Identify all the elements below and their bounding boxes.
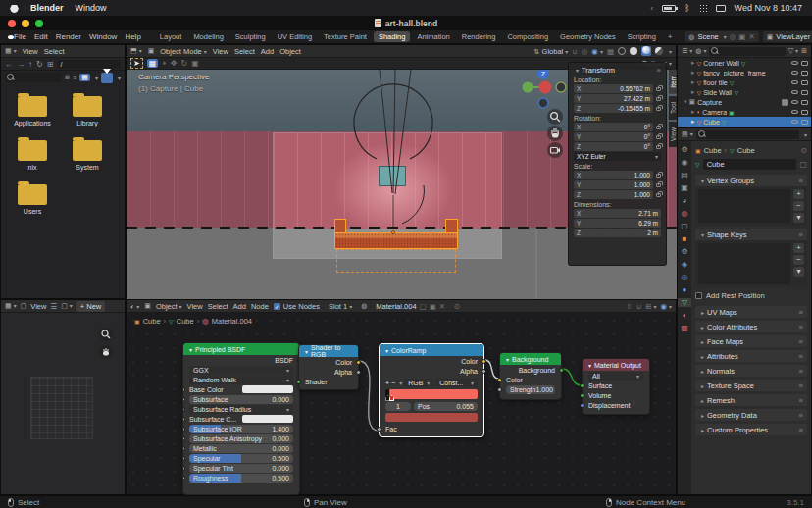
- tab-collection-icon[interactable]: ▢: [678, 222, 691, 230]
- outliner-search-input[interactable]: [709, 47, 785, 56]
- strength-field[interactable]: Strength1.000: [506, 385, 555, 394]
- color-attributes-panel[interactable]: ▸Color Attributes≡: [695, 321, 807, 332]
- pin-icon[interactable]: ⊙: [801, 146, 807, 155]
- image-canvas-grid[interactable]: [30, 377, 93, 439]
- hide-icon[interactable]: [791, 100, 798, 104]
- background-output-socket[interactable]: [559, 368, 564, 373]
- node-color-ramp[interactable]: ▾ColorRamp Color Alpha + − ▾ RGB▾ Const.…: [379, 343, 484, 437]
- shader-type-dropdown[interactable]: Object▾: [156, 302, 182, 311]
- outliner-row-corner-wall[interactable]: ▸▽Corner Wall▽: [678, 58, 811, 68]
- node-principled-bsdf[interactable]: ▾Principled BSDF BSDF GGX▾ Random Walk▾ …: [182, 342, 300, 495]
- hide-icon[interactable]: [791, 110, 798, 114]
- create-folder-button[interactable]: ⊞: [47, 60, 54, 69]
- camera-view-button[interactable]: [547, 142, 563, 158]
- dimensions-z-field[interactable]: Z2 m: [574, 229, 661, 237]
- scene-selector[interactable]: ◍Scene▾◎▣✕: [685, 31, 758, 42]
- render-visibility-icon[interactable]: [801, 100, 808, 105]
- editor-type-icon[interactable]: ▦▾: [5, 302, 17, 310]
- editor-type-icon[interactable]: ◐▾: [130, 303, 139, 310]
- node-material-output[interactable]: ▾Material Output All▾ Surface Volume Dis…: [582, 358, 650, 415]
- tool-cursor-button[interactable]: ⌖: [162, 59, 167, 69]
- lock-icon[interactable]: [656, 193, 661, 197]
- shading-wireframe-button[interactable]: [618, 47, 626, 55]
- hide-icon[interactable]: [791, 90, 798, 94]
- breadcrumb-object[interactable]: Cube: [704, 146, 722, 155]
- tab-object-icon[interactable]: ■: [678, 234, 691, 243]
- add-vertex-group-button[interactable]: +: [793, 189, 804, 199]
- remove-vertex-group-button[interactable]: −: [793, 201, 804, 211]
- copy-material-icon[interactable]: ▣: [430, 302, 436, 311]
- hide-icon[interactable]: [791, 61, 798, 65]
- se-menu-add[interactable]: Add: [233, 302, 246, 311]
- base-color-socket[interactable]: [182, 387, 185, 392]
- specular-tint-field[interactable]: Specular Tint0.000: [189, 464, 293, 473]
- tab-animation[interactable]: Animation: [412, 31, 454, 42]
- tab-tool-icon[interactable]: ⚙: [678, 145, 691, 154]
- spotlight-grid-icon[interactable]: [699, 4, 707, 12]
- apple-menu-icon[interactable]: [10, 3, 19, 13]
- alpha-output-socket[interactable]: [356, 370, 361, 375]
- color-output-socket[interactable]: [482, 359, 486, 364]
- display-icon[interactable]: [716, 5, 726, 12]
- folder-library[interactable]: Library: [62, 96, 113, 127]
- menubar-clock[interactable]: Wed Nov 8 10:47: [735, 3, 802, 13]
- select-box-tool-button[interactable]: ▦: [147, 59, 159, 68]
- alpha-output-socket[interactable]: [482, 369, 486, 374]
- menu-render[interactable]: Render: [56, 32, 81, 41]
- transform-orientation-dropdown[interactable]: ⇅ Global▾: [534, 47, 569, 56]
- use-nodes-toggle[interactable]: ✓Use Nodes: [274, 302, 320, 311]
- filter-icon[interactable]: ▽▾: [788, 47, 798, 55]
- tab-shading[interactable]: Shading: [374, 31, 411, 42]
- unpin-icon[interactable]: ◎: [730, 32, 736, 41]
- hamburger-icon[interactable]: ☰: [50, 302, 57, 311]
- tab-compositing[interactable]: Compositing: [502, 31, 553, 42]
- slot-dropdown[interactable]: Slot 1▾: [325, 301, 356, 312]
- render-visibility-icon[interactable]: [801, 110, 808, 115]
- metallic-field[interactable]: Metallic0.000: [189, 444, 293, 453]
- outliner-row-cube-selected[interactable]: ▸▽Cube▽: [678, 117, 811, 127]
- roughness-slider[interactable]: Roughness0.500: [189, 474, 293, 483]
- tab-layout[interactable]: Layout: [155, 31, 187, 42]
- tab-geometry-nodes[interactable]: Geometry Nodes: [555, 31, 621, 42]
- menu-edit[interactable]: Edit: [34, 32, 48, 41]
- view-layer-selector[interactable]: ▣ViewLayer▣: [763, 31, 812, 42]
- node-shader-to-rgb[interactable]: ▾Shader to RGB Color Alpha Shader: [298, 344, 359, 390]
- volume-input-socket[interactable]: [580, 393, 584, 398]
- specular-slider[interactable]: Specular0.500: [189, 454, 293, 463]
- vertex-group-specials-button[interactable]: ▾: [793, 213, 804, 223]
- location-y-field[interactable]: Y27.422 m: [574, 94, 653, 103]
- node-background[interactable]: ▾Background Background Color Strength1.0…: [499, 352, 562, 400]
- interpolation-color-mode-dropdown[interactable]: RGB▾: [404, 379, 433, 387]
- displacement-input-socket[interactable]: [580, 403, 584, 408]
- stop-position-field[interactable]: Pos0.055: [414, 402, 478, 411]
- pan-view-button[interactable]: [547, 126, 563, 141]
- scale-y-field[interactable]: Y1.000: [574, 180, 653, 189]
- outliner-row-camera[interactable]: ▸◗Camera▣: [678, 107, 811, 117]
- folder-system[interactable]: System: [62, 140, 113, 171]
- render-visibility-icon[interactable]: [801, 80, 808, 85]
- face-maps-panel[interactable]: ▸Face Maps≡: [695, 335, 807, 347]
- render-visibility-icon[interactable]: [801, 90, 808, 95]
- tab-modeling[interactable]: Modeling: [188, 31, 228, 42]
- interpolation-dropdown[interactable]: Const...▾: [435, 379, 478, 387]
- lock-icon[interactable]: [656, 97, 661, 101]
- editor-type-icon[interactable]: ▦▾: [5, 47, 17, 55]
- tab-texture-icon[interactable]: ▩: [678, 324, 691, 332]
- normals-panel[interactable]: ▸Normals≡: [695, 365, 807, 377]
- overlays-toggle-icon[interactable]: ◉▾: [591, 47, 603, 56]
- subsurface-ior-slider[interactable]: Subsurface IOR1.400: [189, 425, 293, 433]
- display-mode-icon[interactable]: ◍▾: [695, 47, 706, 55]
- fac-input-socket[interactable]: [377, 427, 381, 432]
- subsurface-radius-dropdown[interactable]: Subsurface Radius▾: [189, 405, 293, 414]
- zoom-view-button[interactable]: [547, 109, 563, 125]
- uv-maps-panel[interactable]: ▸UV Maps≡: [695, 306, 807, 318]
- material-name-field[interactable]: Material.004▢▣✕: [372, 301, 449, 312]
- tab-view-layer-icon[interactable]: ▣: [678, 183, 691, 192]
- display-vertical-list-button[interactable]: ≣: [64, 74, 70, 81]
- chevron-left-icon[interactable]: ‹: [651, 4, 654, 13]
- display-thumbnails-button[interactable]: ▦: [79, 74, 90, 81]
- xray-toggle-icon[interactable]: ▦: [607, 47, 614, 56]
- color-input-socket[interactable]: [497, 378, 502, 382]
- location-z-field[interactable]: Z-0.15455 m: [574, 104, 653, 113]
- add-shape-key-button[interactable]: +: [793, 243, 804, 253]
